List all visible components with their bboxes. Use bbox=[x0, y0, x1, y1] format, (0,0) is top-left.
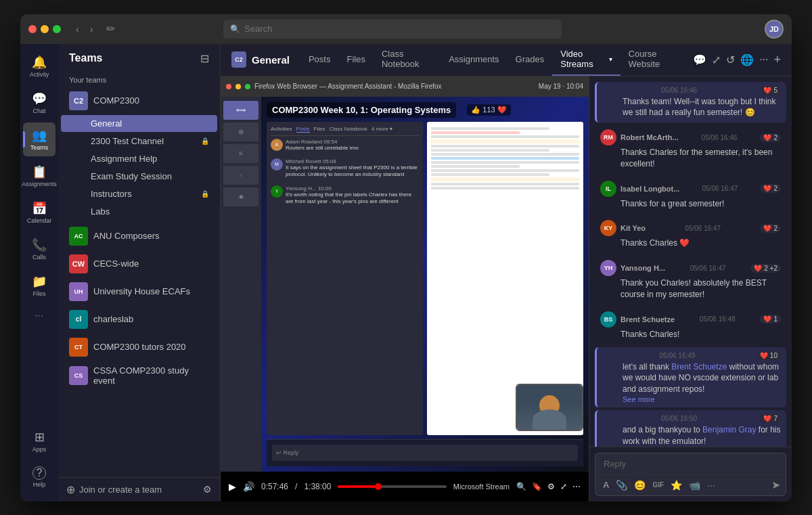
channel-item-exam-study[interactable]: Exam Study Session bbox=[61, 168, 217, 185]
sidebar-item-apps[interactable]: ⊞ Apps bbox=[23, 424, 55, 458]
search-bar[interactable]: 🔍 bbox=[223, 20, 562, 39]
chat-avatar-2: RM bbox=[600, 129, 616, 145]
video-progress-bar[interactable] bbox=[338, 485, 446, 488]
tab-posts[interactable]: Posts bbox=[300, 44, 339, 76]
main-content: Firefox Web Browser — Assignment Assista… bbox=[221, 76, 589, 501]
sidebar-item-activity[interactable]: 🔔 Activity bbox=[23, 49, 55, 83]
chat-reaction-7[interactable]: ❤️ 10 bbox=[757, 351, 781, 360]
sidebar-item-files[interactable]: 📁 Files bbox=[23, 269, 55, 303]
back-button[interactable]: ‹ bbox=[72, 21, 83, 37]
chat-msg-name-3: Isabel Longbot... bbox=[621, 185, 679, 193]
teams-icon: 👥 bbox=[32, 128, 47, 143]
avatar[interactable]: JD bbox=[765, 20, 784, 39]
team-item-comp2300[interactable]: C2 COMP2300 ··· bbox=[61, 87, 217, 114]
more-tools-button[interactable]: ··· bbox=[705, 478, 717, 493]
join-team-button[interactable]: ⊕ Join or create a team bbox=[66, 483, 198, 496]
channel-header-name: General bbox=[252, 54, 290, 66]
team-item-cssa[interactable]: CS CSSA COMP2300 study event ··· bbox=[61, 361, 217, 390]
chat-reaction-6[interactable]: ❤️ 1 bbox=[760, 315, 781, 323]
inner-chat-text-3: It's worth noting that the pin labels Ch… bbox=[286, 192, 419, 206]
sidebar-item-more[interactable]: ··· bbox=[23, 305, 55, 326]
chat-reaction-4[interactable]: ❤️ 2 bbox=[760, 224, 781, 233]
team-item-anu-composers[interactable]: AC ANU Composers ··· bbox=[61, 223, 217, 250]
close-button[interactable] bbox=[28, 25, 37, 33]
channel-item-labs[interactable]: Labs bbox=[61, 203, 217, 220]
chat-action-button[interactable]: 💬 bbox=[693, 53, 706, 66]
gif-button[interactable]: GIF bbox=[650, 479, 666, 491]
channel-item-2300-test[interactable]: 2300 Test Channel 🔒 bbox=[61, 133, 217, 150]
chat-reaction-5[interactable]: ❤️ 2 +2 bbox=[750, 264, 781, 273]
filter-button[interactable]: ⊟ bbox=[200, 52, 209, 65]
doc-line-6 bbox=[431, 149, 549, 152]
app-window: ‹ › ✏ 🔍 JD 🔔 Activity 💬 Chat 👥 bbox=[20, 14, 792, 501]
heart-icon-4: ❤️ bbox=[763, 225, 771, 232]
tab-assignments[interactable]: Assignments bbox=[441, 44, 507, 76]
search-input[interactable] bbox=[244, 24, 555, 34]
link-brent[interactable]: Brent Schuetze bbox=[671, 362, 727, 372]
forward-button[interactable]: › bbox=[86, 21, 97, 37]
reply-input-label[interactable]: Reply bbox=[595, 453, 786, 474]
compose-button[interactable]: ✏ bbox=[102, 20, 119, 38]
team-name-cssa: CSSA COMP2300 study event bbox=[93, 365, 196, 386]
maximize-button[interactable] bbox=[53, 25, 61, 33]
tab-files[interactable]: Files bbox=[338, 44, 373, 76]
tab-grades[interactable]: Grades bbox=[508, 44, 553, 76]
expand-action-button[interactable]: ⤢ bbox=[712, 53, 721, 66]
send-button[interactable]: ➤ bbox=[771, 478, 780, 491]
video-current-time: 0:57:46 bbox=[261, 482, 288, 491]
emoji-button[interactable]: 😊 bbox=[632, 478, 648, 493]
tab-class-notebook[interactable]: Class Notebook bbox=[374, 44, 441, 76]
reply-input-box[interactable]: Reply A 📎 😊 GIF ⭐ 📹 ··· ➤ bbox=[595, 453, 786, 496]
link-benjamin[interactable]: Benjamin Gray bbox=[702, 425, 756, 434]
more-actions-button[interactable]: ··· bbox=[759, 53, 768, 66]
volume-button[interactable]: 🔊 bbox=[243, 481, 254, 492]
video-title-bar: COMP2300 Week 10, 1: Operating Systems 👍… bbox=[267, 102, 583, 118]
play-button[interactable]: ▶ bbox=[229, 481, 236, 492]
sidebar-item-calendar[interactable]: 📅 Calendar bbox=[23, 196, 55, 229]
refresh-action-button[interactable]: ↺ bbox=[726, 53, 735, 66]
channel-item-instructors[interactable]: Instructors 🔒 bbox=[61, 185, 217, 202]
team-item-comp2300-tutors[interactable]: CT COMP2300 tutors 2020 ··· bbox=[61, 334, 217, 361]
chat-reaction-1[interactable]: ❤️ 5 bbox=[760, 86, 781, 95]
channel-item-assignment-help[interactable]: Assignment Help bbox=[61, 150, 217, 167]
video-more-btn[interactable]: ⋯ bbox=[572, 482, 581, 491]
team-item-university-house[interactable]: UH University House ECAFs ··· bbox=[61, 278, 217, 305]
video-search-btn[interactable]: 🔍 bbox=[516, 482, 526, 491]
video-inner-icon-5: ◉ bbox=[223, 187, 258, 206]
doc-line-14 bbox=[431, 183, 579, 185]
chat-reaction-8[interactable]: ❤️ 7 bbox=[760, 414, 781, 423]
chat-avatar-4: KY bbox=[600, 220, 616, 236]
sidebar-item-help[interactable]: ? Help bbox=[23, 461, 55, 493]
chat-msg-header-1: 05/06 16:46 ❤️ 5 bbox=[602, 86, 781, 95]
team-item-cecs-wide[interactable]: CW CECS-wide ··· bbox=[61, 250, 217, 277]
globe-action-button[interactable]: 🌐 bbox=[740, 53, 754, 66]
video-settings-btn[interactable]: ⚙ bbox=[547, 482, 555, 491]
add-tab-button[interactable]: + bbox=[773, 53, 781, 67]
sidebar-item-chat[interactable]: 💬 Chat bbox=[23, 86, 55, 120]
chat-msg-time-2: 05/06 16:46 bbox=[702, 134, 738, 141]
chat-msg-time-6: 05/06 16:48 bbox=[700, 315, 736, 323]
heart-icon-7: ❤️ bbox=[760, 352, 768, 359]
chat-reaction-3[interactable]: ❤️ 2 bbox=[760, 184, 781, 193]
meet-button[interactable]: 📹 bbox=[687, 478, 702, 493]
sidebar-item-calls[interactable]: 📞 Calls bbox=[23, 232, 55, 266]
sticker-button[interactable]: ⭐ bbox=[669, 478, 684, 493]
format-button[interactable]: A bbox=[601, 478, 611, 492]
sidebar-item-assignments[interactable]: 📋 Assignments bbox=[23, 159, 55, 193]
tab-course-website[interactable]: Course Website bbox=[621, 44, 688, 76]
tab-video-streams[interactable]: Video Streams ▾ bbox=[552, 44, 620, 76]
channel-item-general[interactable]: General bbox=[61, 115, 217, 132]
minimize-button[interactable] bbox=[41, 25, 49, 33]
see-more-7[interactable]: See more bbox=[602, 395, 781, 403]
sidebar-item-teams[interactable]: 👥 Teams bbox=[23, 122, 55, 156]
chat-reaction-2[interactable]: ❤️ 2 bbox=[760, 133, 781, 142]
settings-button[interactable]: ⚙ bbox=[203, 484, 212, 495]
reaction-count-3: 2 bbox=[773, 185, 777, 192]
team-item-charleslab[interactable]: cl charleslab ··· bbox=[61, 306, 217, 333]
video-bookmark-btn[interactable]: 🔖 bbox=[532, 482, 542, 491]
chat-msg-text-5: Thank you Charles! absolutely the BEST c… bbox=[600, 277, 781, 300]
inner-chat-content-2: Mitchell Rovett 05:08 It says on the ass… bbox=[286, 158, 419, 179]
attach-button[interactable]: 📎 bbox=[614, 478, 629, 493]
video-fullscreen-btn[interactable]: ⤢ bbox=[560, 482, 567, 491]
inner-chat-name-3: Yansong H... 10:00 bbox=[286, 185, 419, 192]
